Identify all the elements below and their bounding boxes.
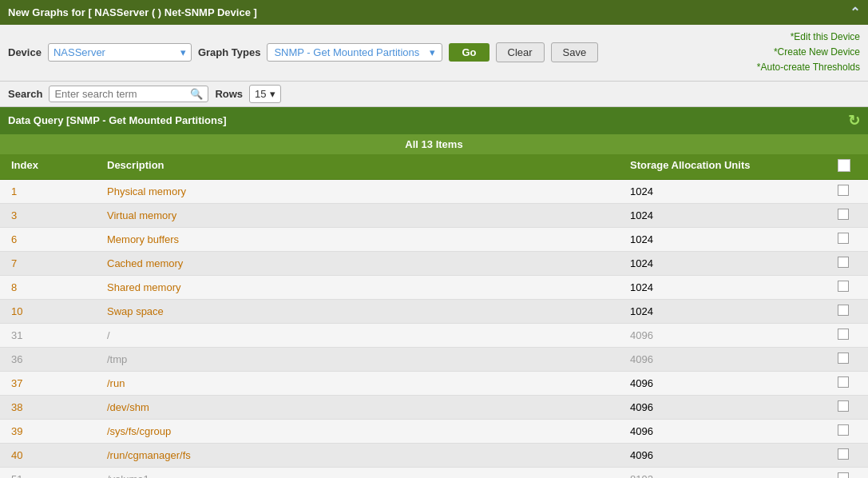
row-checkbox-cell[interactable]	[834, 375, 860, 392]
row-checkbox-cell[interactable]	[834, 399, 860, 416]
row-description: Swap space	[104, 304, 627, 319]
col-header-index: Index	[8, 157, 104, 176]
row-checkbox-cell[interactable]	[834, 351, 860, 368]
row-description: /sys/fs/cgroup	[104, 424, 627, 439]
row-units: 1024	[627, 256, 834, 271]
section-header: Data Query [SNMP - Get Mounted Partition…	[0, 107, 868, 134]
row-checkbox[interactable]	[838, 353, 849, 364]
row-checkbox-cell[interactable]	[834, 423, 860, 440]
device-select[interactable]: NASServer ▾	[48, 43, 192, 62]
row-checkbox[interactable]	[838, 448, 849, 460]
device-dropdown-icon: ▾	[180, 46, 186, 58]
row-index: 3	[8, 208, 104, 223]
row-checkbox[interactable]	[838, 329, 849, 340]
toolbar: Device NASServer ▾ Graph Types SNMP - Ge…	[0, 25, 868, 82]
row-checkbox[interactable]	[838, 233, 849, 244]
row-description: /tmp	[104, 352, 627, 367]
row-description: /	[104, 328, 627, 343]
table-row: 40 /run/cgmanager/fs 4096	[0, 444, 868, 468]
table-row: 7 Cached memory 1024	[0, 252, 868, 276]
table-row: 1 Physical memory 1024	[0, 180, 868, 204]
row-checkbox-cell[interactable]	[834, 207, 860, 224]
row-index: 51	[8, 472, 104, 478]
go-button[interactable]: Go	[449, 43, 489, 62]
row-checkbox[interactable]	[838, 209, 849, 220]
row-index: 37	[8, 376, 104, 391]
row-index: 39	[8, 424, 104, 439]
rows-select[interactable]: 15 ▾	[249, 85, 280, 103]
row-index: 36	[8, 352, 104, 367]
table-row: 37 /run 4096	[0, 372, 868, 396]
table-row: 38 /dev/shm 4096	[0, 396, 868, 420]
table-row: 31 / 4096	[0, 324, 868, 348]
section-title: Data Query [SNMP - Get Mounted Partition…	[8, 114, 227, 126]
row-index: 8	[8, 280, 104, 295]
rows-label: Rows	[215, 88, 243, 100]
col-header-description: Description	[104, 157, 627, 176]
row-checkbox-cell[interactable]	[834, 327, 860, 344]
table-row: 36 /tmp 4096	[0, 348, 868, 372]
row-checkbox[interactable]	[838, 257, 849, 268]
save-button[interactable]: Save	[551, 42, 599, 62]
table-header: Index Description Storage Allocation Uni…	[0, 154, 868, 180]
row-description: /volume1	[104, 472, 627, 478]
row-units: 8192	[627, 472, 834, 478]
title-text: New Graphs for [ NASServer ( ) Net-SNMP …	[8, 6, 257, 18]
row-description: Memory buffers	[104, 232, 627, 247]
rows-value: 15	[255, 88, 266, 100]
clear-button[interactable]: Clear	[496, 42, 545, 62]
title-bar: New Graphs for [ NASServer ( ) Net-SNMP …	[0, 0, 868, 25]
col-header-checkbox[interactable]	[834, 157, 860, 176]
row-checkbox[interactable]	[838, 281, 849, 292]
row-checkbox[interactable]	[838, 305, 849, 316]
row-units: 4096	[627, 424, 834, 439]
graph-type-value: SNMP - Get Mounted Partitions	[274, 46, 419, 58]
search-input[interactable]	[54, 88, 190, 100]
auto-create-link[interactable]: *Auto-create Thresholds	[757, 60, 860, 75]
row-units: 1024	[627, 208, 834, 223]
table-body: 1 Physical memory 1024 3 Virtual memory …	[0, 180, 868, 478]
row-units: 4096	[627, 400, 834, 415]
row-units: 4096	[627, 352, 834, 367]
search-label: Search	[8, 88, 42, 100]
edit-device-link[interactable]: *Edit this Device	[757, 30, 860, 45]
table-row: 39 /sys/fs/cgroup 4096	[0, 420, 868, 444]
row-index: 38	[8, 400, 104, 415]
table-row: 51 /volume1 8192	[0, 468, 868, 478]
refresh-icon[interactable]: ↻	[848, 112, 860, 129]
row-checkbox[interactable]	[838, 376, 849, 388]
graph-type-dropdown-icon: ▾	[430, 46, 435, 58]
graph-types-label: Graph Types	[198, 46, 261, 58]
row-checkbox-cell[interactable]	[834, 183, 860, 200]
row-checkbox-cell[interactable]	[834, 303, 860, 320]
search-icon: 🔍	[190, 88, 203, 100]
title-chevron-icon[interactable]: ⌃	[850, 5, 860, 20]
row-checkbox-cell[interactable]	[834, 447, 860, 464]
row-checkbox[interactable]	[838, 185, 849, 196]
row-checkbox[interactable]	[838, 424, 849, 436]
table-row: 3 Virtual memory 1024	[0, 204, 868, 228]
table-row: 10 Swap space 1024	[0, 300, 868, 324]
all-items-row: All 13 Items	[0, 134, 868, 154]
search-input-wrap: 🔍	[49, 86, 208, 102]
row-checkbox-cell[interactable]	[834, 255, 860, 272]
top-links: *Edit this Device *Create New Device *Au…	[757, 30, 860, 76]
row-checkbox-cell[interactable]	[834, 231, 860, 248]
row-description: /dev/shm	[104, 400, 627, 415]
row-units: 4096	[627, 376, 834, 391]
row-checkbox[interactable]	[838, 472, 849, 478]
graph-type-select[interactable]: SNMP - Get Mounted Partitions ▾	[267, 43, 442, 62]
select-all-checkbox[interactable]	[838, 159, 850, 172]
row-checkbox-cell[interactable]	[834, 471, 860, 478]
row-description: /run	[104, 376, 627, 391]
all-items-text: All 13 Items	[405, 138, 462, 150]
row-units: 4096	[627, 448, 834, 463]
create-device-link[interactable]: *Create New Device	[757, 45, 860, 60]
row-description: /run/cgmanager/fs	[104, 448, 627, 463]
device-value: NASServer	[54, 46, 105, 58]
row-checkbox[interactable]	[838, 400, 849, 412]
row-description: Cached memory	[104, 256, 627, 271]
row-checkbox-cell[interactable]	[834, 279, 860, 296]
row-index: 7	[8, 256, 104, 271]
table-row: 8 Shared memory 1024	[0, 276, 868, 300]
